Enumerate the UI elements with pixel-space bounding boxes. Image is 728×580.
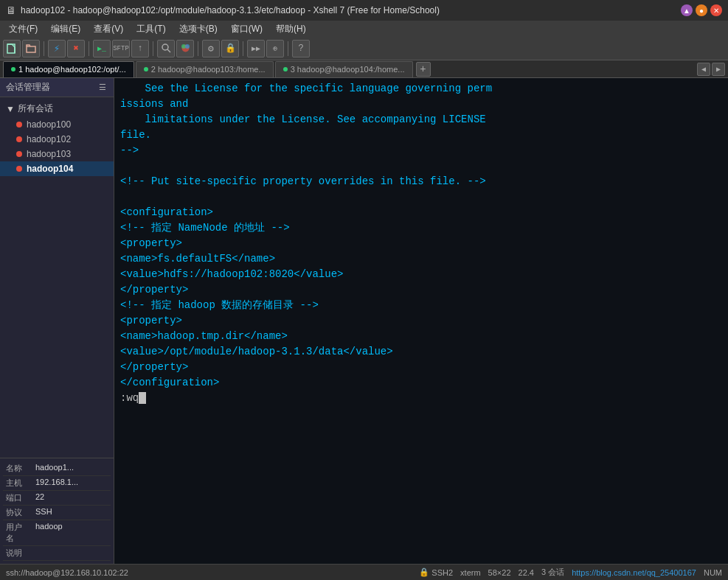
lock-icon: 🔒 <box>419 567 429 577</box>
sidebar-pin-button[interactable]: ☰ <box>97 83 108 93</box>
menu-edit[interactable]: 编辑(E) <box>45 21 86 37</box>
terminal-line-5 <box>120 158 722 174</box>
status-ssh-address: ssh://hadoop@192.168.10.102:22 <box>6 568 128 577</box>
disconnect-button[interactable]: ✖ <box>67 40 85 57</box>
menu-help[interactable]: 帮助(H) <box>270 21 312 37</box>
connect-button[interactable]: ⚡ <box>48 40 66 57</box>
help-button[interactable]: ? <box>292 40 310 57</box>
sidebar-item-hadoop103[interactable]: hadoop103 <box>0 147 114 161</box>
tab-1-status-dot <box>11 67 15 71</box>
toolbar: ⚡ ✖ ▶_ SFTP ↑ ⚙ 🔒 ▶▶ ⊕ ? <box>0 37 728 60</box>
tab-2-status-dot <box>144 67 148 71</box>
svg-point-5 <box>162 44 168 50</box>
open-button[interactable] <box>22 40 40 57</box>
status-size: 58×22 <box>488 567 511 578</box>
terminal-line-3: file. <box>120 127 722 143</box>
toolbar-separator-5 <box>243 41 243 56</box>
terminal-line-8: <configuration> <box>120 205 722 220</box>
terminal-line-11: <name>fs.defaultFS</name> <box>120 251 722 267</box>
prop-row-host: 主机 192.168.1... <box>3 476 111 491</box>
prop-label-notes: 说明 <box>3 546 32 560</box>
terminal-line-9: <!-- 指定 NameNode 的地址 --> <box>120 220 722 236</box>
sidebar-all-sessions[interactable]: ▼ 所有会话 <box>0 100 114 117</box>
prop-label-name: 名称 <box>3 461 32 475</box>
server-name-103: hadoop103 <box>27 149 71 159</box>
sftp-button[interactable]: SFTP <box>112 40 130 57</box>
statusbar: ssh://hadoop@192.168.10.102:22 🔒 SSH2 xt… <box>0 564 728 580</box>
tabs-prev-button[interactable]: ◀ <box>697 63 710 76</box>
server-name-100: hadoop100 <box>27 119 71 130</box>
broadcast-button[interactable]: ⊕ <box>266 40 284 57</box>
tab-add-button[interactable]: + <box>416 62 431 77</box>
lock-button[interactable]: 🔒 <box>221 40 239 57</box>
status-num: NUM <box>704 567 722 578</box>
color-button[interactable] <box>176 40 194 57</box>
sidebar-title: 会话管理器 <box>6 81 50 94</box>
tab-2-label: 2 hadoop@hadoop103:/home... <box>151 65 266 74</box>
titlebar-title: hadoop102 - hadoop@hadoop102:/opt/module… <box>21 5 440 15</box>
titlebar-controls: ▲ ● ✕ <box>681 4 722 16</box>
server-icon-103 <box>15 150 24 158</box>
upload-button[interactable]: ↑ <box>131 40 149 57</box>
toolbar-separator-6 <box>288 41 288 56</box>
terminal-line-0: See the License for the specific languag… <box>120 81 722 97</box>
tab-3[interactable]: 3 hadoop@hadoop104:/home... <box>275 61 413 77</box>
terminal-line-14: <!-- 指定 hadoop 数据的存储目录 --> <box>120 298 722 313</box>
prop-row-notes: 说明 <box>3 546 111 561</box>
menubar: 文件(F) 编辑(E) 查看(V) 工具(T) 选项卡(B) 窗口(W) 帮助(… <box>0 21 728 37</box>
tab-2[interactable]: 2 hadoop@hadoop103:/home... <box>136 61 274 77</box>
terminal-line-15: <property> <box>120 313 722 329</box>
minimize-button[interactable]: ▲ <box>681 4 693 16</box>
maximize-button[interactable]: ● <box>696 4 707 16</box>
terminal-line-7 <box>120 189 722 205</box>
menu-view[interactable]: 查看(V) <box>88 21 129 37</box>
prop-value-host: 192.168.1... <box>32 476 111 490</box>
terminal-line-19: </configuration> <box>120 375 722 391</box>
tabs-next-button[interactable]: ▶ <box>712 63 725 76</box>
terminal-cursor <box>139 392 146 404</box>
terminal-line-20: :wq <box>120 391 722 406</box>
prop-label-host: 主机 <box>3 476 32 490</box>
prop-label-port: 端口 <box>3 491 32 505</box>
prop-value-name: hadoop1... <box>32 461 111 475</box>
terminal-area[interactable]: See the License for the specific languag… <box>114 78 728 564</box>
sidebar-item-hadoop104[interactable]: hadoop104 <box>0 161 114 176</box>
statusbar-right: 🔒 SSH2 xterm 58×22 22.4 3 会话 https://blo… <box>419 567 722 578</box>
svg-line-6 <box>167 49 170 52</box>
tab-3-status-dot <box>283 67 288 71</box>
new-session-button[interactable] <box>3 40 21 57</box>
terminal-line-4: --> <box>120 143 722 158</box>
settings-button[interactable]: ⚙ <box>202 40 220 57</box>
status-num-text: NUM <box>704 568 722 577</box>
server-icon-100 <box>15 120 24 129</box>
sidebar-item-hadoop102[interactable]: hadoop102 <box>0 132 114 147</box>
status-ssh2: SSH2 <box>431 568 453 577</box>
status-sessions-text: 3 会话 <box>541 567 564 578</box>
close-button[interactable]: ✕ <box>710 4 722 16</box>
status-link[interactable]: https://blog.csdn.net/qq_25400167 <box>572 567 696 578</box>
terminal-button[interactable]: ▶_ <box>93 40 111 57</box>
terminal-line-2: limitations under the License. See accom… <box>120 112 722 127</box>
prop-row-username: 用户名 hadoop <box>3 520 111 546</box>
svg-rect-4 <box>27 46 35 52</box>
menu-tools[interactable]: 工具(T) <box>131 21 171 37</box>
titlebar: 🖥 hadoop102 - hadoop@hadoop102:/opt/modu… <box>0 0 728 21</box>
menu-window[interactable]: 窗口(W) <box>225 21 268 37</box>
status-xterm: xterm <box>460 567 481 578</box>
server-icon-102 <box>15 135 24 144</box>
tab-1-label: 1 hadoop@hadoop102:/opt/... <box>18 65 126 74</box>
sidebar-item-hadoop100[interactable]: hadoop100 <box>0 117 114 132</box>
prop-value-notes <box>32 546 111 560</box>
menu-file[interactable]: 文件(F) <box>3 21 44 37</box>
terminal-line-1: issions and <box>120 97 722 112</box>
find-button[interactable] <box>157 40 175 57</box>
server-name-104: hadoop104 <box>27 164 73 174</box>
tab-1[interactable]: 1 hadoop@hadoop102:/opt/... <box>3 61 134 77</box>
sidebar-header: 会话管理器 ☰ <box>0 78 114 97</box>
terminal-content[interactable]: See the License for the specific languag… <box>114 78 728 564</box>
terminal-line-18: </property> <box>120 360 722 375</box>
send-button[interactable]: ▶▶ <box>247 40 265 57</box>
server-name-102: hadoop102 <box>27 134 71 144</box>
menu-options[interactable]: 选项卡(B) <box>173 21 223 37</box>
terminal-line-6: <!-- Put site-specific property override… <box>120 174 722 189</box>
